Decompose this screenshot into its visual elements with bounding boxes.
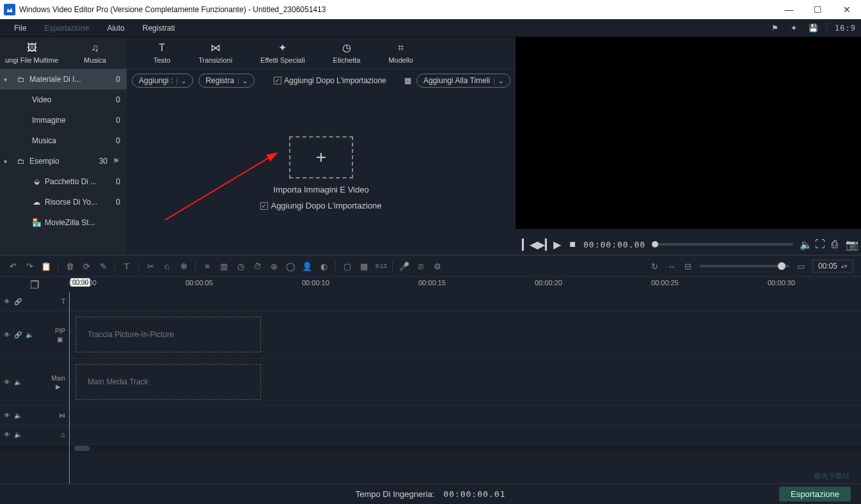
zoom-icon[interactable]: ⊕ xyxy=(269,262,279,271)
sidebar-item[interactable]: Immagine0 xyxy=(0,110,127,130)
text-tool-icon[interactable]: T xyxy=(122,262,132,271)
import-drop-zone[interactable]: + Importa Immagini E Video ✓ Aggiungi Do… xyxy=(127,92,516,255)
zoom-in-icon[interactable]: ▭ xyxy=(796,262,806,271)
play-button[interactable]: ▶ xyxy=(553,239,562,251)
record-screen-icon[interactable]: ⎚ xyxy=(416,262,426,271)
key-icon[interactable]: ◯ xyxy=(285,262,296,271)
record-dropdown[interactable]: Registra ⌄ xyxy=(198,74,255,88)
sidebar-item[interactable]: ☁Risorse Di Yo...0 xyxy=(0,192,127,212)
clock-icon[interactable]: ◷ xyxy=(235,262,246,271)
center-tab[interactable]: ⋈Transizioni xyxy=(184,42,246,64)
fullscreen-icon[interactable]: ⛶ xyxy=(815,239,824,250)
sidebar-item[interactable]: Musica0 xyxy=(0,130,127,151)
pip-placeholder[interactable]: Traccia Picture-In-Picture xyxy=(75,317,261,352)
mute-icon[interactable]: 🔈 xyxy=(26,331,33,338)
center-tab[interactable]: ⌗Modello xyxy=(374,42,427,64)
menu-register[interactable]: Registrati xyxy=(134,21,184,35)
person-icon[interactable]: 👤 xyxy=(302,262,312,271)
eye-icon[interactable]: 👁 xyxy=(4,298,10,305)
menu-file[interactable]: File xyxy=(5,21,35,35)
center-tab[interactable]: ◷Etichetta xyxy=(319,42,375,64)
sidebar-item[interactable]: ⬙Pacchetto Di ...0 xyxy=(0,171,127,192)
tab-media-files[interactable]: 🖼 ungi File Multime xyxy=(0,42,63,64)
undo-button[interactable]: ↶ xyxy=(8,262,18,271)
timeline-ruler[interactable]: ❐ 00:00 00:00:0000:00:0500:00:1000:00:15… xyxy=(0,277,861,292)
layers-icon[interactable]: ❐ xyxy=(0,277,69,292)
sidebar-item[interactable]: ▾🗀Esempio30⚑ xyxy=(0,151,127,171)
mute-icon[interactable]: 🔈 xyxy=(14,431,22,438)
clip-icon[interactable]: ⎙ xyxy=(830,239,839,250)
track-pip[interactable]: 👁 🔗 🔈 PIP ▣ Traccia Picture-In-Picture xyxy=(0,311,861,359)
lock-icon[interactable]: 🔗 xyxy=(14,298,22,305)
next-frame-button[interactable]: ▶▎ xyxy=(537,239,546,251)
clipboard-icon[interactable]: 📋 xyxy=(41,262,51,271)
eye-icon[interactable]: 👁 xyxy=(4,379,10,386)
minimize-button[interactable]: — xyxy=(775,0,803,19)
eye-icon[interactable]: 👁 xyxy=(4,412,10,419)
mask-icon[interactable]: ◐ xyxy=(319,262,329,271)
track-text[interactable]: 👁 🔗 T xyxy=(0,292,861,311)
pixel-icon[interactable]: ▦ xyxy=(359,262,369,271)
sidebar-item-label: Musica xyxy=(32,136,99,145)
sidebar-item[interactable]: Video0 xyxy=(0,90,127,110)
export-button[interactable]: Esportazione xyxy=(779,487,851,501)
plus-dashed-box[interactable]: + xyxy=(289,136,353,178)
images-icon: 🖼 xyxy=(27,42,37,54)
wand-icon[interactable]: ✦ xyxy=(788,22,800,34)
trash-icon[interactable]: 🗑 xyxy=(65,262,75,271)
crop-icon[interactable]: ▢ xyxy=(342,262,352,271)
stop-button[interactable]: ■ xyxy=(568,239,577,250)
tab-music[interactable]: ♫ Musica xyxy=(63,42,127,64)
center-tab[interactable]: TTesto xyxy=(139,42,184,64)
grid-view-button[interactable]: ▦ xyxy=(404,76,411,85)
volume-icon[interactable]: 🔈 xyxy=(800,239,809,251)
edit-icon[interactable]: ✎ xyxy=(98,262,108,271)
track-main[interactable]: 👁 🔈 Main ▶ Main Media Track xyxy=(0,359,861,406)
mute-icon[interactable]: 🔈 xyxy=(14,379,22,386)
split-icon[interactable]: ⎌ xyxy=(162,262,172,271)
track-audio[interactable]: 👁 🔈 ♫ xyxy=(0,425,861,445)
maximize-button[interactable]: ☐ xyxy=(803,0,832,19)
import-checkbox[interactable]: ✓ Aggiungi Dopo L'importazione xyxy=(260,201,381,210)
main-placeholder[interactable]: Main Media Track xyxy=(75,364,261,400)
loop-icon[interactable]: ↻ xyxy=(650,262,660,271)
duration-box[interactable]: 00:05 ▴▾ xyxy=(812,260,853,272)
save-icon[interactable]: 💾 xyxy=(807,22,819,34)
eye-icon[interactable]: 👁 xyxy=(4,431,10,438)
timeline-dropdown[interactable]: Aggiungi Alla Timeli ⌄ xyxy=(416,74,510,88)
zoom-out-icon[interactable]: ⊟ xyxy=(683,262,693,271)
sidebar-item[interactable]: 🏪MovieZilla St... xyxy=(0,212,127,233)
eye-icon[interactable]: 👁 xyxy=(4,331,10,338)
center-tab[interactable]: ✦Effetti Speciali xyxy=(246,42,319,64)
track-area[interactable]: 👁 🔗 T 👁 🔗 🔈 PIP ▣ Traccia Picture-In-Pic… xyxy=(0,292,861,484)
columns-icon[interactable]: ▥ xyxy=(219,262,229,271)
close-button[interactable]: ✕ xyxy=(832,0,861,19)
settings-icon[interactable]: ⚙ xyxy=(432,262,443,271)
stepper-icon[interactable]: ▴▾ xyxy=(841,263,848,269)
zoom-slider[interactable] xyxy=(700,265,789,267)
redo-button[interactable]: ↷ xyxy=(24,262,35,271)
menu-export[interactable]: Esportazione xyxy=(35,21,98,35)
add-after-import-checkbox[interactable]: ✓ Aggiungi Dopo L'importazione xyxy=(274,76,386,85)
tab-label: Transizioni xyxy=(198,56,232,64)
track-transition[interactable]: 👁 🔈 ⋈ xyxy=(0,406,861,425)
effects-icon[interactable]: ✻ xyxy=(178,262,189,271)
menu-help[interactable]: Aiuto xyxy=(98,21,133,35)
mic-icon[interactable]: 🎤 xyxy=(399,262,409,271)
ratio-icon[interactable]: 8:13 xyxy=(375,263,386,269)
timeline-scrollbar[interactable] xyxy=(0,446,861,453)
aspect-ratio[interactable]: 16:9 xyxy=(835,24,856,33)
seek-bar[interactable] xyxy=(652,243,793,246)
speed-icon[interactable]: ⏱ xyxy=(252,262,262,271)
snapshot-icon[interactable]: 📷 xyxy=(846,239,855,251)
mute-icon[interactable]: 🔈 xyxy=(14,412,22,419)
cut-icon[interactable]: ✂ xyxy=(145,262,155,271)
align-icon[interactable]: ≡ xyxy=(202,262,212,271)
add-dropdown[interactable]: Aggiungi : ⌄ xyxy=(132,74,193,88)
flag-icon[interactable]: ⚑ xyxy=(769,22,780,34)
rotate-icon[interactable]: ⟳ xyxy=(81,262,91,271)
lock-icon[interactable]: 🔗 xyxy=(14,331,22,338)
sidebar-item[interactable]: ▾🗀Materiale Di I...0 xyxy=(0,69,127,90)
prev-frame-button[interactable]: ▎◀ xyxy=(522,239,531,251)
fit-icon[interactable]: ↔ xyxy=(667,262,677,271)
